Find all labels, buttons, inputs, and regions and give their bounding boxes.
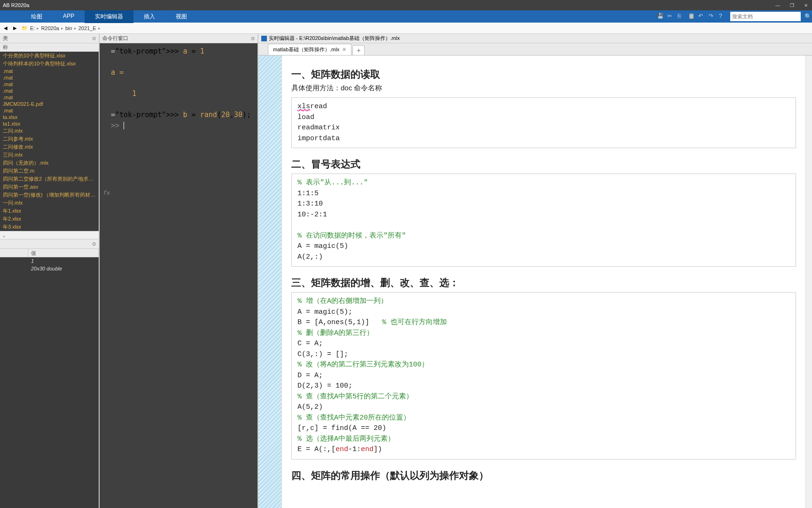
code-block-2[interactable]: % 表示"从...到..." 1:1:5 1:3:10 10:-2:1 % 在访… — [291, 174, 796, 267]
copy-icon[interactable]: ⎘ — [678, 13, 685, 20]
usage-text: 具体使用方法：doc 命令名称 — [291, 84, 796, 93]
path-separator-icon: ▸ — [74, 26, 77, 31]
file-item[interactable]: .mat — [0, 68, 99, 74]
file-item[interactable]: 四问第一空(修改) （增加判断所有药材的种... — [0, 191, 99, 199]
file-item[interactable]: 年1.xlsx — [0, 207, 99, 215]
file-item[interactable]: 个待判样本的10个典型特征.xlsx — [0, 60, 99, 68]
path-bar: ◀ ▶ 📁 E:▸R2020a▸bin▸2021_E▸ — [0, 23, 812, 34]
command-window-header: 命令行窗口 ⊙ — [100, 34, 258, 43]
close-button[interactable]: ✕ — [803, 2, 809, 8]
path-separator-icon: ▸ — [37, 26, 39, 31]
file-item[interactable]: .mat — [0, 94, 99, 101]
search-box[interactable] — [730, 12, 801, 21]
editor-tabbar: matlab基础（矩阵操作）.mlx ✕ + — [258, 43, 812, 56]
folder-icon[interactable]: 📁 — [21, 24, 28, 32]
section-heading-1: 一、矩阵数据的读取 — [291, 68, 796, 81]
file-item[interactable]: 二问参考.mlx — [0, 135, 99, 143]
new-tab-button[interactable]: + — [352, 45, 365, 55]
redo-icon[interactable]: ↷ — [709, 13, 716, 20]
toolstrip-tab[interactable]: 实时编辑器 — [85, 10, 133, 23]
section-heading-3: 三、矩阵数据的增、删、改、查、选： — [291, 276, 796, 289]
toolstrip: 绘图APP实时编辑器插入视图 💾 ✂ ⎘ 📋 ↶ ↷ ? 🔍 — [0, 10, 812, 23]
file-item[interactable]: 四问第一空.asv — [0, 183, 99, 191]
section-gutter[interactable] — [258, 56, 282, 508]
fx-icon[interactable]: fx — [102, 188, 110, 198]
search-input[interactable] — [730, 14, 801, 19]
toolstrip-tab[interactable]: 绘图 — [21, 10, 53, 23]
file-item[interactable]: .mat — [0, 87, 99, 94]
file-item[interactable]: ta.xlsx — [0, 114, 99, 120]
file-item[interactable]: 二问修改.mlx — [0, 143, 99, 151]
panel-menu-icon[interactable]: ⊙ — [251, 36, 255, 41]
section-heading-2: 二、冒号表达式 — [291, 158, 796, 171]
command-line: >> fx — [111, 120, 255, 131]
back-icon[interactable]: ◀ — [2, 24, 9, 32]
path-segment[interactable]: R2020a — [41, 25, 59, 31]
command-line — [111, 57, 255, 68]
workspace-row[interactable]: 1 — [0, 257, 99, 265]
file-item[interactable]: .mat — [0, 107, 99, 114]
toolstrip-tab[interactable]: 视图 — [165, 10, 197, 23]
file-list[interactable]: 个分类的10个典型特征.xlsx个待判样本的10个典型特征.xlsx.mat.m… — [0, 52, 99, 231]
path-separator-icon: ▸ — [98, 26, 101, 31]
toolstrip-tab[interactable]: APP — [53, 10, 85, 23]
section-heading-4: 四、矩阵的常用操作（默认以列为操作对象） — [291, 469, 796, 482]
file-item[interactable]: 四问（无效的）.mlx — [0, 159, 99, 167]
toolstrip-tab[interactable] — [0, 10, 21, 23]
code-block-1[interactable]: xlsread load readmatrix importdata — [291, 97, 796, 148]
window-titlebar: AB R2020a — ❐ ✕ — [0, 0, 812, 10]
editor-tab[interactable]: matlab基础（矩阵操作）.mlx ✕ — [268, 44, 351, 55]
path-segment[interactable]: bin — [65, 25, 72, 31]
chevron-down-icon[interactable]: ⌄ — [2, 233, 6, 238]
panel-menu-icon[interactable]: ⊙ — [92, 36, 96, 41]
minimize-button[interactable]: — — [774, 2, 781, 8]
command-line: ="tok-prompt">>> a = 1 — [111, 46, 255, 57]
command-window[interactable]: ="tok-prompt">>> a = 1 a = 1 ="tok-promp… — [100, 43, 258, 508]
toolstrip-tab[interactable]: 插入 — [133, 10, 165, 23]
file-panel-header: 类 ⊙ — [0, 34, 99, 43]
workspace-list[interactable]: 120x30 double — [0, 257, 99, 508]
panel-menu-icon[interactable]: ⊙ — [92, 241, 96, 246]
maximize-button[interactable]: ❐ — [789, 2, 795, 8]
file-item[interactable]: .mat — [0, 81, 99, 87]
undo-icon[interactable]: ↶ — [698, 13, 706, 20]
file-column-name: 称 — [0, 43, 99, 52]
close-icon[interactable]: ✕ — [342, 47, 346, 53]
save-icon[interactable]: 💾 — [657, 13, 664, 20]
file-item[interactable]: 二问.mlx — [0, 127, 99, 135]
file-panel-title: 类 — [3, 35, 8, 42]
forward-icon[interactable]: ▶ — [11, 24, 19, 32]
search-icon[interactable]: 🔍 — [804, 12, 812, 21]
workspace-row[interactable]: 20x30 double — [0, 265, 99, 272]
command-line: ="tok-prompt">>> b = rand(20,30); — [111, 110, 255, 120]
command-line — [111, 99, 255, 110]
workspace-panel-header: ⊙ — [0, 239, 99, 249]
file-item[interactable]: 年3.xlsx — [0, 223, 99, 231]
file-item[interactable]: 年2.xlsx — [0, 215, 99, 223]
cut-icon[interactable]: ✂ — [667, 13, 675, 20]
command-window-title: 命令行窗口 — [102, 35, 128, 42]
path-segment[interactable]: 2021_E — [78, 25, 96, 31]
help-icon[interactable]: ? — [719, 13, 726, 20]
command-line: a = — [111, 67, 255, 78]
window-title: AB R2020a — [3, 2, 29, 8]
file-item[interactable]: 个分类的10个典型特征.xlsx — [0, 52, 99, 60]
path-segment[interactable]: E: — [30, 25, 35, 31]
file-item[interactable]: 四问第二空.m — [0, 167, 99, 175]
live-script-icon — [261, 36, 267, 41]
file-item[interactable]: 三问.mlx — [0, 151, 99, 159]
ws-col-value: 值 — [28, 249, 99, 257]
file-item[interactable]: ta1.xlsx — [0, 120, 99, 127]
file-item[interactable]: 四问第二空修改2（所有类别的产地求解）.m — [0, 175, 99, 183]
live-editor-titlebar: 实时编辑器 - E:\R2020a\bin\matlab基础（矩阵操作）.mlx — [258, 34, 812, 43]
scrollbar[interactable] — [805, 56, 812, 508]
file-item[interactable]: 一问.mlx — [0, 199, 99, 207]
ws-col-name — [0, 249, 28, 257]
file-item[interactable]: JMCM2021-E.pdf — [0, 101, 99, 107]
code-block-3[interactable]: % 增（在A的右侧增加一列） A = magic(5); B = [A,ones… — [291, 292, 796, 460]
live-editor-content[interactable]: 一、矩阵数据的读取 具体使用方法：doc 命令名称 xlsread load r… — [282, 56, 805, 508]
path-separator-icon: ▸ — [61, 26, 63, 31]
live-editor-path: 实时编辑器 - E:\R2020a\bin\matlab基础（矩阵操作）.mlx — [269, 35, 400, 42]
file-item[interactable]: .mat — [0, 74, 99, 81]
paste-icon[interactable]: 📋 — [688, 13, 695, 20]
